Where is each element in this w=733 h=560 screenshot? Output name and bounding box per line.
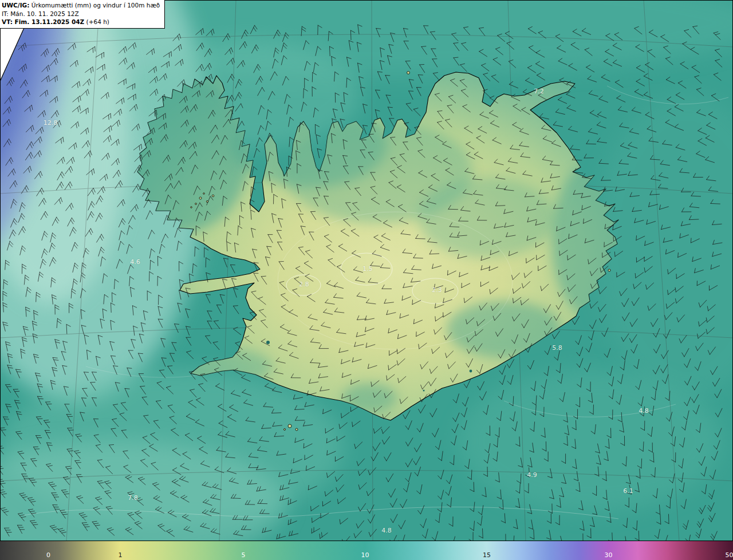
lead-time: (+64 h): [86, 18, 109, 25]
colorbar-tick-label: 1: [118, 552, 122, 558]
field-title: Úrkomumætti (mm) og vindur í 100m hæð: [31, 2, 160, 9]
colorbar-tick-label: 0: [46, 552, 50, 558]
model-id: UWC/IG:: [2, 2, 29, 9]
map-area: 12.87.24.61.52.82.35.84.84.96.17.84.8 UW…: [0, 0, 733, 541]
colorbar-tick-labels: 01510153050: [0, 541, 733, 560]
init-time-line: IT: Mán. 10. 11. 2025 12Z: [2, 10, 160, 18]
precipitation-colorbar: 01510153050: [0, 541, 733, 560]
colorbar-tick-label: 30: [604, 552, 612, 558]
init-time: IT: Mán. 10. 11. 2025 12Z: [2, 10, 79, 17]
colorbar-tick-label: 15: [483, 552, 491, 558]
map-canvas: [0, 0, 733, 541]
colorbar-tick-label: 5: [241, 552, 245, 558]
product-title-line: UWC/IG: Úrkomumætti (mm) og vindur í 100…: [2, 1, 160, 10]
weather-map-viewer: 12.87.24.61.52.82.35.84.84.96.17.84.8 UW…: [0, 0, 733, 560]
valid-time: VT: Fim. 13.11.2025 04Z: [2, 18, 84, 25]
colorbar-tick-label: 50: [726, 552, 733, 558]
valid-time-line: VT: Fim. 13.11.2025 04Z (+64 h): [2, 18, 160, 26]
forecast-info-panel: UWC/IG: Úrkomumætti (mm) og vindur í 100…: [0, 0, 165, 29]
colorbar-tick-label: 10: [361, 552, 369, 558]
